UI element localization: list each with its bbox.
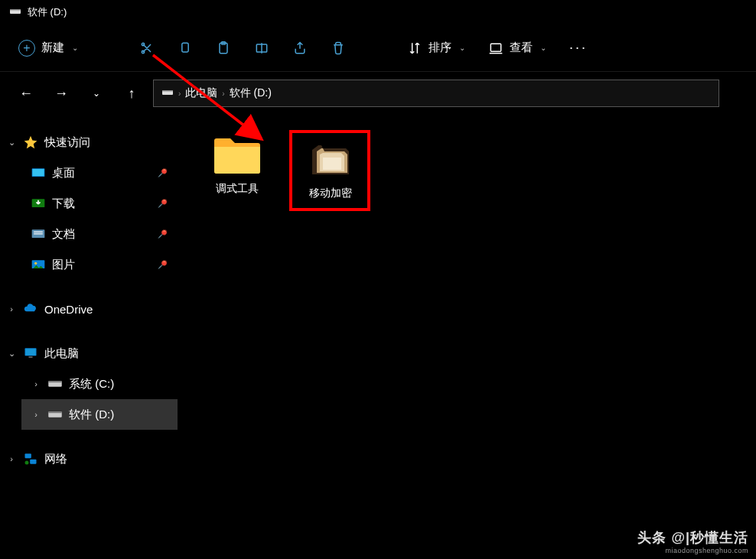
chevron-down-icon: ⌄: [6, 138, 17, 148]
chevron-right-icon: ›: [31, 410, 41, 419]
sidebar-desktop[interactable]: 桌面 📍: [21, 158, 178, 188]
more-button[interactable]: ···: [569, 40, 588, 56]
new-button[interactable]: + 新建 ⌄: [18, 40, 78, 57]
sidebar-item-label: 网络: [44, 452, 67, 466]
recent-button[interactable]: ⌄: [83, 80, 110, 107]
watermark: 头条 @|秒懂生活 miaodongshenghuo.com: [637, 528, 748, 554]
sidebar-downloads[interactable]: 下载 📍: [21, 188, 178, 219]
separator-icon: ›: [178, 89, 181, 98]
sidebar-drive-d[interactable]: › 软件 (D:): [21, 399, 178, 430]
sort-label: 排序: [429, 41, 451, 55]
sidebar-item-label: 图片: [52, 258, 75, 272]
watermark-main: 头条 @|秒懂生活: [637, 528, 748, 547]
svg-rect-2: [182, 43, 188, 52]
title-bar: 软件 (D:): [0, 0, 756, 24]
encrypted-folder-icon: [306, 141, 355, 180]
window-title: 软件 (D:): [28, 5, 67, 19]
pin-icon: 📍: [154, 195, 171, 212]
view-button[interactable]: 查看 ⌄: [488, 41, 546, 56]
chevron-down-icon: ⌄: [540, 44, 546, 52]
svg-rect-25: [48, 411, 62, 413]
file-label: 调式工具: [216, 182, 259, 196]
sort-icon: [407, 41, 422, 56]
desktop-icon: [31, 165, 46, 180]
clipboard-icon: [216, 41, 231, 56]
new-label: 新建: [41, 41, 64, 55]
svg-rect-1: [10, 9, 21, 11]
svg-rect-20: [25, 349, 35, 355]
watermark-sub: miaodongshenghuo.com: [637, 547, 748, 554]
breadcrumb-root[interactable]: 此电脑: [185, 86, 217, 100]
separator-icon: ›: [222, 89, 224, 98]
folder-icon: [213, 136, 262, 176]
sidebar-this-pc[interactable]: ⌄ 此电脑: [0, 338, 178, 369]
chevron-down-icon: ⌄: [459, 44, 465, 52]
share-button[interactable]: [292, 41, 308, 56]
sidebar-item-label: 下载: [52, 197, 75, 211]
drive-icon: [9, 5, 21, 20]
cut-button[interactable]: [139, 41, 155, 56]
view-icon: [488, 41, 503, 56]
svg-rect-15: [34, 232, 43, 232]
more-icon: ···: [569, 40, 588, 56]
plus-icon: +: [18, 40, 35, 57]
drive-icon: [47, 407, 63, 422]
sidebar-item-label: 软件 (D:): [69, 408, 114, 422]
network-icon: [23, 451, 38, 466]
sidebar-item-label: 桌面: [52, 166, 75, 180]
breadcrumb-current[interactable]: 软件 (D:): [230, 86, 272, 100]
sidebar-item-label: 文档: [52, 227, 75, 242]
chevron-down-icon: ⌄: [72, 44, 78, 52]
sidebar-quick-access[interactable]: ⌄ 快速访问: [0, 127, 178, 158]
pictures-icon: [31, 257, 46, 272]
file-label: 移动加密: [309, 187, 352, 200]
rename-button[interactable]: [254, 41, 269, 56]
address-bar[interactable]: › 此电脑 › 软件 (D:): [153, 80, 719, 107]
drive-icon: [47, 376, 63, 392]
content-pane[interactable]: 调式工具 移动加密: [178, 115, 756, 559]
toolbar: + 新建 ⌄ 排序 ⌄ 查看 ⌄ ···: [0, 24, 756, 72]
sidebar-drive-c[interactable]: › 系统 (C:): [21, 369, 178, 399]
paste-button[interactable]: [216, 41, 231, 56]
svg-rect-27: [30, 460, 36, 464]
delete-button[interactable]: [331, 41, 346, 56]
cloud-icon: [23, 301, 38, 317]
svg-rect-26: [25, 453, 31, 458]
chevron-down-icon: ⌄: [6, 349, 17, 359]
chevron-right-icon: ›: [31, 379, 41, 388]
downloads-icon: [31, 196, 46, 211]
navigation-row: ← → ⌄ ↑ › 此电脑 › 软件 (D:): [0, 72, 756, 115]
sidebar-item-label: 快速访问: [44, 135, 90, 150]
drive-icon: [161, 86, 174, 101]
folder-item[interactable]: 调式工具: [200, 130, 274, 202]
sidebar-network[interactable]: › 网络: [0, 444, 178, 474]
sidebar-pictures[interactable]: 图片 📍: [21, 249, 178, 280]
svg-rect-16: [34, 233, 43, 234]
sidebar: ⌄ 快速访问 桌面 📍 下载 📍 文档 📍: [0, 115, 178, 559]
svg-rect-12: [33, 169, 44, 176]
folder-item-encrypted[interactable]: 移动加密: [289, 130, 370, 211]
pin-icon: 📍: [154, 164, 171, 181]
pin-icon: 📍: [154, 226, 171, 242]
rename-icon: [254, 41, 269, 56]
forward-button[interactable]: →: [47, 80, 75, 107]
sort-button[interactable]: 排序 ⌄: [407, 41, 465, 56]
sidebar-item-label: OneDrive: [44, 303, 93, 316]
svg-rect-10: [162, 90, 173, 92]
back-button[interactable]: ←: [12, 80, 40, 107]
up-button[interactable]: ↑: [118, 80, 145, 107]
pin-icon: 📍: [154, 256, 171, 273]
svg-rect-7: [490, 44, 500, 51]
chevron-right-icon: ›: [6, 304, 17, 314]
svg-rect-21: [29, 356, 33, 358]
svg-point-28: [25, 461, 29, 465]
svg-rect-23: [48, 381, 62, 382]
scissors-icon: [139, 41, 155, 56]
sidebar-onedrive[interactable]: › OneDrive: [0, 294, 178, 324]
documents-icon: [31, 226, 46, 242]
trash-icon: [331, 41, 346, 56]
copy-button[interactable]: [178, 41, 193, 56]
sidebar-documents[interactable]: 文档 📍: [21, 219, 178, 249]
monitor-icon: [23, 346, 38, 361]
svg-point-18: [34, 262, 37, 265]
